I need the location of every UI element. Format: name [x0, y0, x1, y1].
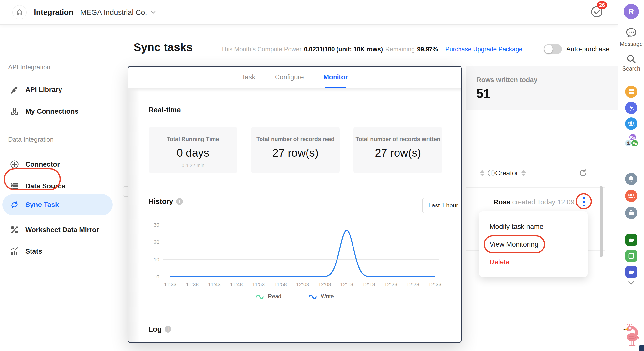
sort-control[interactable] [480, 170, 484, 176]
template-blue-button[interactable] [618, 266, 644, 278]
corner-widget[interactable] [638, 345, 644, 351]
svg-text:30: 30 [154, 222, 160, 228]
top-bar: Integration MEGA Industrial Co. 26 [0, 0, 618, 24]
right-rail: R Message Search Ro [618, 0, 644, 351]
svg-text:11:53: 11:53 [252, 282, 265, 287]
sync-icon [9, 199, 20, 210]
menu-item-view-monitoring[interactable]: View Monitoring [479, 236, 588, 253]
svg-text:10: 10 [154, 257, 160, 262]
sidebar-item-label: API Library [25, 86, 62, 94]
stat-label: Total number of records written [354, 136, 442, 143]
left-sidebar: API Integration API Library My Connectio… [0, 24, 118, 351]
search-button[interactable] [618, 53, 644, 64]
sort-control[interactable] [522, 170, 526, 176]
sidebar-item-connector[interactable]: Connector [0, 154, 118, 175]
team-button[interactable] [618, 190, 644, 202]
sidebar-item-worksheet-data-mirror[interactable]: Worksheet Data Mirror [0, 219, 118, 240]
template-green-button[interactable] [618, 234, 644, 246]
user-avatar[interactable]: R [618, 4, 644, 19]
task-row-creator: Ross created Today 12:09 [494, 198, 574, 206]
history-chart: 010203011:3311:3811:4311:4811:5311:5812:… [148, 220, 442, 291]
rows-written-value: 51 [476, 86, 490, 101]
svg-text:20: 20 [154, 239, 160, 245]
plug-icon [9, 84, 20, 95]
svg-text:12:13: 12:13 [340, 282, 353, 287]
sidebar-item-stats[interactable]: Stats [0, 241, 118, 262]
sidebar-item-sync-task[interactable]: Sync Task [0, 194, 118, 215]
stat-label: Total Running Time [148, 136, 238, 143]
svg-text:12:28: 12:28 [406, 282, 420, 287]
message-button[interactable] [618, 27, 644, 38]
sidebar-item-my-connections[interactable]: My Connections [0, 101, 118, 122]
workbench-button[interactable] [618, 207, 644, 219]
legend-read: Read [256, 293, 282, 300]
compute-value: 0.0231/100 (unit: 10K rows) [304, 46, 383, 53]
panel-scrollbar[interactable] [600, 186, 603, 257]
briefcase-icon [628, 210, 634, 216]
collapse-chevron-icon[interactable] [618, 280, 644, 286]
creator-name: Ross [494, 198, 510, 206]
docs-button[interactable] [618, 250, 644, 262]
lego-brick-icon [628, 237, 635, 243]
sync-task-monitor-modal: Task Configure Monitor Real-time Total R… [128, 66, 462, 343]
avatar-fa: Fa [631, 139, 638, 147]
member-avatars[interactable]: Ro Fa [618, 133, 644, 148]
menu-item-modify-task-name[interactable]: Modify task name [479, 218, 588, 236]
lego-brick-icon [628, 268, 635, 275]
tab-monitor[interactable]: Monitor [324, 67, 348, 88]
svg-text:12:23: 12:23 [384, 282, 397, 287]
purchase-upgrade-link[interactable]: Purchase Upgrade Package [446, 46, 522, 53]
write-wave-icon [308, 294, 317, 299]
svg-text:11:38: 11:38 [186, 282, 198, 287]
sidebar-item-data-source[interactable]: Data Source [0, 175, 118, 197]
task-context-menu: Modify task name View Monitoring Delete [479, 211, 588, 277]
created-time: created Today 12:09 [512, 198, 574, 206]
rows-written-label: Rows written today [476, 76, 538, 84]
auto-purchase-toggle[interactable] [544, 44, 562, 54]
apps-grid-button[interactable] [618, 85, 644, 98]
team-people-icon [628, 193, 635, 199]
rail-divider [618, 228, 644, 228]
svg-text:11:33: 11:33 [164, 282, 176, 287]
refresh-icon[interactable] [578, 169, 588, 178]
home-button[interactable] [12, 5, 26, 19]
apps-grid-icon [628, 88, 634, 95]
svg-text:12:18: 12:18 [362, 282, 376, 287]
server-icon [9, 181, 20, 191]
page-title: Sync tasks [134, 40, 192, 54]
legend-write: Write [308, 293, 334, 300]
notifications-button[interactable] [618, 173, 644, 185]
svg-text:12:33: 12:33 [428, 282, 442, 287]
compute-power-line: This Month’s Compute Power 0.0231/100 (u… [221, 46, 522, 53]
tasks-notification[interactable]: 26 [590, 5, 603, 19]
tab-configure[interactable]: Configure [275, 67, 304, 88]
document-icon [628, 253, 634, 259]
svg-text:11:48: 11:48 [230, 282, 243, 287]
workspace-switcher[interactable]: MEGA Industrial Co. [80, 8, 156, 16]
compute-label: This Month’s Compute Power [221, 46, 301, 53]
rail-divider [618, 78, 644, 78]
info-icon: i [164, 326, 171, 333]
time-range-value: Last 1 hour [428, 202, 458, 209]
stat-card-running-time: Total Running Time 0 days 0 h 22 min [148, 127, 238, 173]
legend-read-label: Read [268, 293, 282, 300]
collapsed-panel-handle[interactable] [123, 186, 128, 197]
log-section-header: Log i [148, 325, 171, 333]
stat-card-records-written: Total number of records written 27 row(s… [354, 127, 442, 173]
tab-task[interactable]: Task [242, 67, 255, 88]
realtime-title: Real-time [148, 106, 181, 114]
section-data-integration: Data Integration [8, 136, 54, 143]
menu-item-delete[interactable]: Delete [479, 253, 588, 271]
info-icon: i [488, 170, 495, 176]
sidebar-item-label: My Connections [25, 107, 78, 115]
sidebar-item-label: Sync Task [25, 201, 59, 209]
stats-icon [9, 246, 20, 257]
time-range-select[interactable]: Last 1 hour [422, 198, 462, 213]
sidebar-item-api-library[interactable]: API Library [0, 79, 118, 100]
auto-purchase-label: Auto-purchase [566, 45, 610, 53]
task-row-menu-button[interactable] [577, 195, 591, 209]
message-icon [625, 27, 637, 38]
automation-button[interactable] [618, 102, 644, 114]
chevron-down-icon [150, 9, 156, 15]
contacts-button[interactable] [618, 117, 644, 130]
